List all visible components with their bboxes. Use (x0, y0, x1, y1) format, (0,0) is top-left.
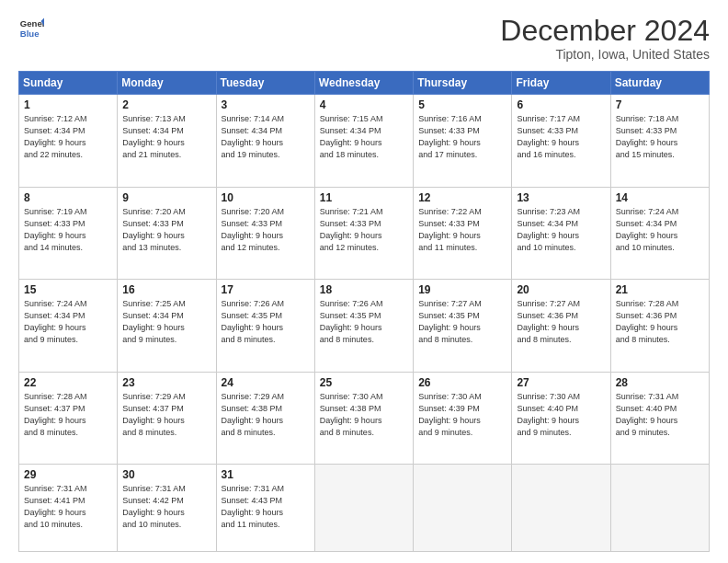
table-row: 29Sunrise: 7:31 AMSunset: 4:41 PMDayligh… (19, 465, 118, 552)
day-info: Sunrise: 7:19 AMSunset: 4:33 PMDaylight:… (24, 206, 112, 254)
day-number: 8 (24, 191, 112, 204)
table-row: 19Sunrise: 7:27 AMSunset: 4:35 PMDayligh… (414, 280, 512, 373)
table-row: 27Sunrise: 7:30 AMSunset: 4:40 PMDayligh… (512, 372, 610, 465)
calendar-week-row: 29Sunrise: 7:31 AMSunset: 4:41 PMDayligh… (19, 465, 710, 552)
day-number: 1 (24, 98, 112, 111)
calendar-week-row: 22Sunrise: 7:28 AMSunset: 4:37 PMDayligh… (19, 372, 710, 465)
day-info: Sunrise: 7:27 AMSunset: 4:36 PMDaylight:… (517, 298, 605, 346)
col-saturday: Saturday (610, 72, 709, 95)
day-number: 6 (517, 98, 605, 111)
location: Tipton, Iowa, United States (500, 47, 710, 62)
day-info: Sunrise: 7:16 AMSunset: 4:33 PMDaylight:… (418, 113, 506, 161)
table-row: 21Sunrise: 7:28 AMSunset: 4:36 PMDayligh… (610, 280, 709, 373)
table-row: 1Sunrise: 7:12 AMSunset: 4:34 PMDaylight… (19, 95, 118, 188)
table-row: 12Sunrise: 7:22 AMSunset: 4:33 PMDayligh… (414, 187, 512, 280)
title-block: December 2024 Tipton, Iowa, United State… (500, 15, 710, 62)
col-thursday: Thursday (414, 72, 512, 95)
day-number: 16 (122, 283, 210, 296)
col-tuesday: Tuesday (216, 72, 314, 95)
calendar-week-row: 15Sunrise: 7:24 AMSunset: 4:34 PMDayligh… (19, 280, 710, 373)
day-info: Sunrise: 7:26 AMSunset: 4:35 PMDaylight:… (222, 298, 310, 346)
day-number: 2 (122, 98, 210, 111)
day-info: Sunrise: 7:28 AMSunset: 4:37 PMDaylight:… (24, 391, 112, 439)
day-info: Sunrise: 7:31 AMSunset: 4:42 PMDaylight:… (122, 483, 210, 531)
page: General Blue December 2024 Tipton, Iowa,… (0, 0, 728, 563)
col-monday: Monday (118, 72, 216, 95)
day-number: 10 (222, 191, 310, 204)
day-number: 5 (418, 98, 506, 111)
day-info: Sunrise: 7:25 AMSunset: 4:34 PMDaylight:… (122, 298, 210, 346)
day-info: Sunrise: 7:20 AMSunset: 4:33 PMDaylight:… (122, 206, 210, 254)
calendar-table: Sunday Monday Tuesday Wednesday Thursday… (18, 71, 710, 552)
day-info: Sunrise: 7:31 AMSunset: 4:41 PMDaylight:… (24, 483, 112, 531)
day-number: 7 (616, 98, 704, 111)
svg-text:Blue: Blue (20, 29, 40, 39)
day-info: Sunrise: 7:29 AMSunset: 4:37 PMDaylight:… (122, 391, 210, 439)
day-info: Sunrise: 7:23 AMSunset: 4:34 PMDaylight:… (517, 206, 605, 254)
day-info: Sunrise: 7:15 AMSunset: 4:34 PMDaylight:… (320, 113, 408, 161)
table-row: 11Sunrise: 7:21 AMSunset: 4:33 PMDayligh… (314, 187, 413, 280)
day-info: Sunrise: 7:31 AMSunset: 4:40 PMDaylight:… (616, 391, 704, 439)
table-row: 14Sunrise: 7:24 AMSunset: 4:34 PMDayligh… (610, 187, 709, 280)
day-number: 21 (616, 283, 704, 296)
svg-text:General: General (20, 18, 44, 29)
day-info: Sunrise: 7:27 AMSunset: 4:35 PMDaylight:… (418, 298, 506, 346)
day-number: 3 (222, 98, 310, 111)
table-row: 18Sunrise: 7:26 AMSunset: 4:35 PMDayligh… (314, 280, 413, 373)
day-info: Sunrise: 7:30 AMSunset: 4:39 PMDaylight:… (418, 391, 506, 439)
day-info: Sunrise: 7:20 AMSunset: 4:33 PMDaylight:… (222, 206, 310, 254)
day-number: 23 (122, 376, 210, 389)
table-row: 13Sunrise: 7:23 AMSunset: 4:34 PMDayligh… (512, 187, 610, 280)
logo: General Blue (18, 15, 44, 40)
table-row: 31Sunrise: 7:31 AMSunset: 4:43 PMDayligh… (216, 465, 314, 552)
table-row: 4Sunrise: 7:15 AMSunset: 4:34 PMDaylight… (314, 95, 413, 188)
day-number: 27 (517, 376, 605, 389)
table-row: 28Sunrise: 7:31 AMSunset: 4:40 PMDayligh… (610, 372, 709, 465)
table-row: 24Sunrise: 7:29 AMSunset: 4:38 PMDayligh… (216, 372, 314, 465)
day-info: Sunrise: 7:24 AMSunset: 4:34 PMDaylight:… (616, 206, 704, 254)
table-row: 25Sunrise: 7:30 AMSunset: 4:38 PMDayligh… (314, 372, 413, 465)
day-number: 28 (616, 376, 704, 389)
table-row (512, 465, 610, 552)
table-row: 17Sunrise: 7:26 AMSunset: 4:35 PMDayligh… (216, 280, 314, 373)
calendar-week-row: 1Sunrise: 7:12 AMSunset: 4:34 PMDaylight… (19, 95, 710, 188)
day-info: Sunrise: 7:12 AMSunset: 4:34 PMDaylight:… (24, 113, 112, 161)
table-row: 8Sunrise: 7:19 AMSunset: 4:33 PMDaylight… (19, 187, 118, 280)
col-friday: Friday (512, 72, 610, 95)
day-number: 20 (517, 283, 605, 296)
day-info: Sunrise: 7:26 AMSunset: 4:35 PMDaylight:… (320, 298, 408, 346)
day-number: 15 (24, 283, 112, 296)
header: General Blue December 2024 Tipton, Iowa,… (18, 15, 710, 62)
table-row: 15Sunrise: 7:24 AMSunset: 4:34 PMDayligh… (19, 280, 118, 373)
month-title: December 2024 (500, 15, 710, 47)
table-row: 30Sunrise: 7:31 AMSunset: 4:42 PMDayligh… (118, 465, 216, 552)
day-info: Sunrise: 7:17 AMSunset: 4:33 PMDaylight:… (517, 113, 605, 161)
day-number: 26 (418, 376, 506, 389)
day-info: Sunrise: 7:30 AMSunset: 4:38 PMDaylight:… (320, 391, 408, 439)
table-row: 2Sunrise: 7:13 AMSunset: 4:34 PMDaylight… (118, 95, 216, 188)
table-row: 16Sunrise: 7:25 AMSunset: 4:34 PMDayligh… (118, 280, 216, 373)
day-info: Sunrise: 7:21 AMSunset: 4:33 PMDaylight:… (320, 206, 408, 254)
day-info: Sunrise: 7:28 AMSunset: 4:36 PMDaylight:… (616, 298, 704, 346)
day-info: Sunrise: 7:14 AMSunset: 4:34 PMDaylight:… (222, 113, 310, 161)
day-number: 9 (122, 191, 210, 204)
day-number: 29 (24, 468, 112, 481)
day-number: 11 (320, 191, 408, 204)
col-wednesday: Wednesday (314, 72, 413, 95)
day-info: Sunrise: 7:22 AMSunset: 4:33 PMDaylight:… (418, 206, 506, 254)
day-number: 22 (24, 376, 112, 389)
day-info: Sunrise: 7:13 AMSunset: 4:34 PMDaylight:… (122, 113, 210, 161)
day-number: 25 (320, 376, 408, 389)
table-row: 22Sunrise: 7:28 AMSunset: 4:37 PMDayligh… (19, 372, 118, 465)
logo-icon: General Blue (18, 15, 44, 40)
day-number: 30 (122, 468, 210, 481)
table-row (414, 465, 512, 552)
day-info: Sunrise: 7:29 AMSunset: 4:38 PMDaylight:… (222, 391, 310, 439)
calendar-week-row: 8Sunrise: 7:19 AMSunset: 4:33 PMDaylight… (19, 187, 710, 280)
day-number: 17 (222, 283, 310, 296)
day-number: 12 (418, 191, 506, 204)
table-row: 10Sunrise: 7:20 AMSunset: 4:33 PMDayligh… (216, 187, 314, 280)
table-row: 5Sunrise: 7:16 AMSunset: 4:33 PMDaylight… (414, 95, 512, 188)
table-row (314, 465, 413, 552)
day-number: 4 (320, 98, 408, 111)
